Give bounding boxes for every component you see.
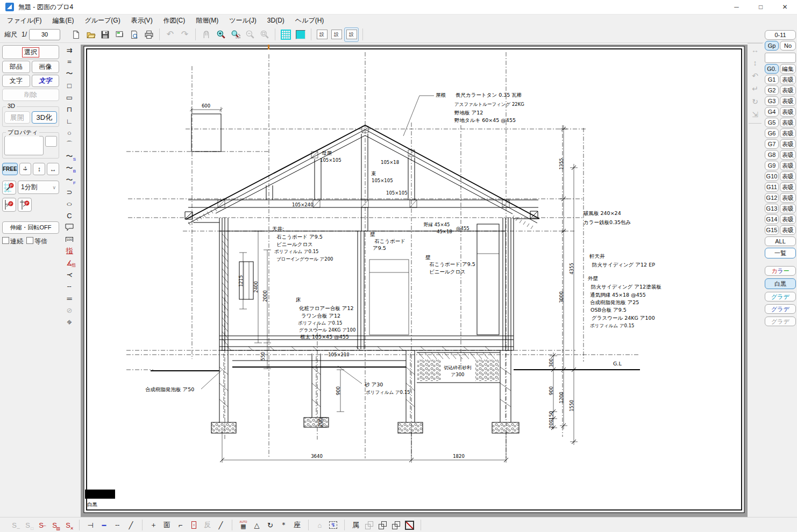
zoom-out-button[interactable] (243, 28, 257, 41)
house-tool-icon[interactable]: ⌂ (314, 519, 326, 531)
gp-button[interactable]: Gp (765, 41, 779, 51)
maximize-button[interactable]: □ (749, 0, 773, 14)
layer-g3-button[interactable]: G3 (765, 96, 779, 106)
rounded-rectangle-icon[interactable]: ▭ (62, 91, 77, 103)
parts-button[interactable]: 部品 (2, 61, 30, 73)
balloon-icon[interactable] (62, 221, 77, 233)
region-bolt-icon[interactable]: ↯ (327, 519, 339, 531)
text-style-button[interactable]: 文字 (32, 75, 60, 87)
image-button[interactable]: 画像 (32, 61, 60, 73)
drawing-canvas[interactable]: 屋根 長尺カラートタン 0.35 瓦棒 アスファルトルーフィング 22KG 野地… (81, 45, 748, 517)
ellipse-icon[interactable]: ○ (62, 198, 77, 210)
attribute-icon[interactable]: 属 (350, 519, 362, 531)
edge-join-icon[interactable]: ⊣ (84, 519, 97, 531)
box-edit-icon[interactable]: ▫ (188, 519, 200, 531)
menu-tool[interactable]: ツール(J) (224, 15, 261, 26)
menu-file[interactable]: ファイル(F) (2, 15, 46, 26)
grid-toggle-button[interactable] (279, 28, 293, 41)
layer-copy-icon-1[interactable] (376, 519, 389, 531)
property-preview[interactable] (4, 136, 44, 155)
save-file-button[interactable] (98, 28, 112, 41)
line-tool-icon[interactable]: ╱ (215, 519, 227, 531)
layer-g6-action[interactable]: 表吸 (780, 128, 796, 138)
layer-g15-button[interactable]: G15 (765, 225, 779, 235)
layer-g1-action[interactable]: 表吸 (780, 75, 796, 84)
angle-line-tool-icon[interactable]: ╱ (125, 519, 137, 531)
select-line-icon[interactable]: S─ (8, 519, 20, 531)
layer-g5-button[interactable]: G5 (765, 118, 779, 127)
select-hatch-icon[interactable]: S▨ (48, 519, 61, 531)
property-sub-box[interactable] (45, 136, 57, 147)
delete-button[interactable]: 削除 (2, 89, 59, 101)
undo-button[interactable]: ↶ (163, 28, 177, 41)
free-move-button[interactable]: FREE (2, 163, 18, 175)
scale-input[interactable] (29, 29, 60, 40)
line-arrow-icon[interactable]: ⇉ (62, 44, 77, 56)
parallel-lines-icon[interactable]: ═ (62, 292, 77, 304)
layer-g0-action[interactable]: 編集 (780, 64, 796, 74)
layer-g2-action[interactable]: 表吸 (780, 85, 796, 95)
zoom-window-button[interactable] (229, 28, 242, 41)
arc-icon[interactable]: ⌒ (62, 139, 77, 150)
plot-output-button[interactable] (113, 28, 126, 41)
open-file-button[interactable] (84, 28, 97, 41)
expand-button[interactable]: 展開 (4, 111, 30, 124)
dimension-text-icon[interactable]: 指 (62, 245, 77, 257)
layer-g7-button[interactable]: G7 (765, 139, 779, 149)
print-button[interactable] (142, 28, 155, 41)
mono-mode-button[interactable]: 白黒 (765, 278, 796, 289)
reverse-tool-icon[interactable]: 反 (201, 519, 214, 531)
zoom-fit-button[interactable] (258, 28, 271, 41)
layer-list-button[interactable]: 一覧 (765, 248, 796, 258)
layer-g10-action[interactable]: 表吸 (780, 171, 796, 181)
snap-grid-button[interactable]: P (2, 181, 16, 195)
layer-g11-action[interactable]: 表吸 (780, 182, 796, 192)
corner-line-icon[interactable]: ∟ (62, 115, 77, 127)
gradient-button-2[interactable]: グラデ (765, 304, 796, 314)
layer-g3-action[interactable]: 表吸 (780, 96, 796, 106)
layer-g4-action[interactable]: 表吸 (780, 107, 796, 117)
coordinate-icon[interactable]: 座 (291, 519, 303, 531)
rectangle-icon[interactable]: □ (62, 80, 77, 91)
move-any-button[interactable]: ↔↕ (19, 163, 32, 175)
menu-edit[interactable]: 編集(E) (47, 15, 79, 26)
pan-hand-button[interactable] (200, 28, 213, 41)
snap-point-button-1[interactable]: P (2, 198, 16, 212)
menu-layer[interactable]: 階層(M) (191, 15, 223, 26)
select-button[interactable]: 選択 (2, 45, 59, 59)
arc-c-icon[interactable]: C (62, 210, 77, 221)
view-expand-icon[interactable]: ⇲ (748, 108, 763, 121)
layer-g9-action[interactable]: 表吸 (780, 161, 796, 170)
menu-draw[interactable]: 作図(C) (159, 15, 190, 26)
layer-g10-button[interactable]: G10 (765, 171, 779, 181)
layer-g11-button[interactable]: G11 (765, 182, 779, 192)
spline-s-icon[interactable]: 〜S (62, 150, 77, 162)
angle-bisector-icon[interactable]: Y (62, 269, 77, 281)
print-preview-button[interactable] (127, 28, 141, 41)
pan-vertical-icon[interactable]: ↕ (748, 56, 763, 69)
spline-f-icon[interactable]: 〜F (62, 174, 77, 186)
select-arc-icon[interactable]: S⌒ (35, 519, 47, 531)
circle-icon[interactable]: ○ (62, 127, 77, 139)
zoom-in-button[interactable] (214, 28, 227, 41)
dashed-line-tool-icon[interactable]: ╌ (111, 519, 124, 531)
diag-box-red-icon[interactable] (403, 519, 416, 531)
angle-dimension-icon[interactable]: ∡指 (62, 257, 77, 269)
color-mode-button[interactable]: カラー (765, 266, 796, 276)
layer-g13-button[interactable]: G13 (765, 204, 779, 213)
menu-help[interactable]: ヘルプ(H) (290, 15, 329, 26)
layer-g5-action[interactable]: 表吸 (780, 118, 796, 127)
layer-g12-action[interactable]: 表吸 (780, 193, 796, 203)
layer-g8-action[interactable]: 表吸 (780, 150, 796, 160)
redo-button[interactable]: ↷ (178, 28, 191, 41)
explode-icon[interactable]: ＊ (277, 519, 290, 531)
auto-mesh-icon[interactable]: AUTO▦ (237, 519, 250, 531)
layer-copy-gray-icon[interactable] (363, 519, 375, 531)
view-return-icon[interactable]: ↵ (748, 82, 763, 95)
layer-range-button[interactable]: 0-11 (765, 30, 796, 40)
all-layers-button[interactable]: ALL (765, 236, 796, 246)
menu-view[interactable]: 表示(V) (126, 15, 158, 26)
sheet-settings-button-2[interactable]: 設 (330, 28, 343, 41)
polygon-icon[interactable]: ⊓ (62, 103, 77, 115)
sheet-settings-button-3[interactable]: 設 (344, 27, 359, 42)
